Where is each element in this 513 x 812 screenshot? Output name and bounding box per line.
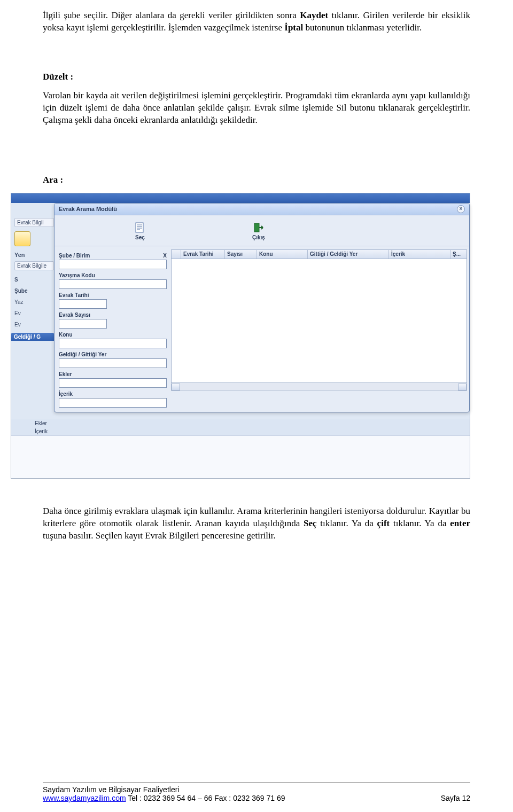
label-ekler: Ekler — [59, 371, 167, 377]
text: tıklanır. Ya da — [393, 518, 450, 528]
text: tuşuna basılır. Seçilen kayıt Evrak Bilg… — [43, 530, 276, 541]
label-yazisma: Yazışma Kodu — [59, 272, 167, 278]
input-tarih[interactable] — [59, 299, 107, 309]
heading-ara: Ara : — [43, 175, 470, 185]
enter-word: enter — [450, 518, 470, 528]
bg-ekler-label: Ekler — [35, 419, 470, 427]
search-form: Şube / Birim X Yazışma Kodu Evrak Tarihi… — [55, 246, 171, 412]
input-konu[interactable] — [59, 339, 167, 348]
footer-divider — [43, 783, 470, 783]
left-ev2-label: Ev — [14, 322, 54, 327]
left-new-button[interactable] — [14, 231, 30, 246]
label-sube: Şube / Birim X — [59, 253, 167, 259]
results-grid: Evrak Tarihi Sayısı Konu Gittiği / Geldi… — [171, 246, 469, 412]
left-yen-label: Yen — [14, 252, 54, 258]
left-sube-label: Şube — [14, 288, 54, 294]
left-tab-evrak-bilgile[interactable]: Evrak Bilgile — [14, 261, 54, 270]
cikis-label: Çıkış — [252, 235, 265, 240]
label-tarih: Evrak Tarihi — [59, 292, 167, 298]
col-header-icerik[interactable]: İçerik — [389, 250, 450, 259]
left-sidebar: Evrak Bilgil Yen Evrak Bilgile S Şube Ya… — [11, 203, 54, 419]
grid-body[interactable] — [171, 259, 467, 383]
label-geldigi: Geldiği / Gittiği Yer — [59, 352, 167, 357]
sec-word: Seç — [304, 518, 317, 528]
label-konu: Konu — [59, 332, 167, 338]
exit-icon — [253, 222, 264, 233]
grid-header-row: Evrak Tarihi Sayısı Konu Gittiği / Geldi… — [171, 249, 467, 259]
ara-paragraph: Daha önce girilmiş evraklara ulaşmak içi… — [43, 505, 470, 542]
input-icerik[interactable] — [59, 398, 167, 408]
sec-button[interactable]: Seç — [135, 222, 145, 240]
input-ekler[interactable] — [59, 378, 167, 388]
left-yaz-label: Yaz — [14, 299, 54, 305]
text: butonunun tıklanması yeterlidir. — [305, 22, 422, 33]
left-ev1-label: Ev — [14, 310, 54, 316]
app-titlebar — [11, 193, 470, 203]
app-background-fields: Ekler İçerik — [11, 419, 470, 435]
grid-row-selector[interactable] — [172, 250, 181, 259]
col-header-tarih[interactable]: Evrak Tarihi — [181, 250, 225, 259]
app-content-area — [11, 435, 470, 478]
label-sube-text: Şube / Birim — [59, 253, 90, 259]
sec-label: Seç — [135, 235, 145, 240]
page-number: Sayfa 12 — [441, 794, 470, 802]
left-s-label: S — [14, 277, 54, 283]
label-sayi: Evrak Sayısı — [59, 312, 167, 318]
footer-url[interactable]: www.saydamyazilim.com — [43, 794, 126, 802]
label-icerik: İçerik — [59, 391, 167, 397]
col-header-konu[interactable]: Konu — [257, 250, 308, 259]
select-icon — [135, 222, 145, 233]
close-icon[interactable]: × — [457, 205, 465, 213]
cift-word: çift — [377, 518, 390, 528]
input-geldigi[interactable] — [59, 358, 167, 368]
left-geldigi-header: Geldiği / G — [11, 333, 54, 341]
clear-x-icon[interactable]: X — [163, 253, 167, 259]
app-screenshot: Evrak Bilgil Yen Evrak Bilgile S Şube Ya… — [11, 193, 470, 479]
text: İlgili şube seçilir. Diğer alanlara da g… — [43, 10, 300, 20]
svg-rect-1 — [254, 223, 259, 232]
search-modal: Evrak Arama Modülü × Seç Çıkış — [54, 203, 470, 412]
svg-rect-0 — [136, 223, 143, 232]
cikis-button[interactable]: Çıkış — [252, 222, 265, 240]
modal-toolbar: Seç Çıkış — [55, 215, 469, 246]
col-header-sayi[interactable]: Sayısı — [225, 250, 257, 259]
modal-titlebar: Evrak Arama Modülü × — [55, 204, 469, 215]
left-tab-evrak-bilgil[interactable]: Evrak Bilgil — [14, 218, 54, 227]
iptal-word: İptal — [284, 22, 303, 33]
footer-tel: Tel : 0232 369 54 64 – 66 Fax : 0232 369… — [128, 794, 285, 802]
col-header-yer[interactable]: Gittiği / Geldiği Yer — [308, 250, 389, 259]
input-sube[interactable] — [59, 260, 167, 269]
page-footer: Saydam Yazılım ve Bilgisayar Faaliyetler… — [0, 783, 513, 802]
bg-icerik-label: İçerik — [35, 427, 470, 435]
footer-company: Saydam Yazılım ve Bilgisayar Faaliyetler… — [43, 785, 470, 794]
text: tıklanır. Ya da — [320, 518, 377, 528]
intro-paragraph: İlgili şube seçilir. Diğer alanlara da g… — [43, 10, 470, 34]
modal-title-text: Evrak Arama Modülü — [59, 206, 117, 212]
heading-duzelt: Düzelt : — [43, 72, 470, 82]
duzelt-paragraph: Varolan bir kayda ait verilen değiştiril… — [43, 90, 470, 127]
input-sayi[interactable] — [59, 319, 107, 329]
kaydet-word: Kaydet — [300, 10, 328, 20]
col-header-s[interactable]: Ş... — [450, 250, 467, 259]
input-yazisma[interactable] — [59, 279, 167, 289]
horizontal-scrollbar[interactable] — [171, 383, 467, 391]
